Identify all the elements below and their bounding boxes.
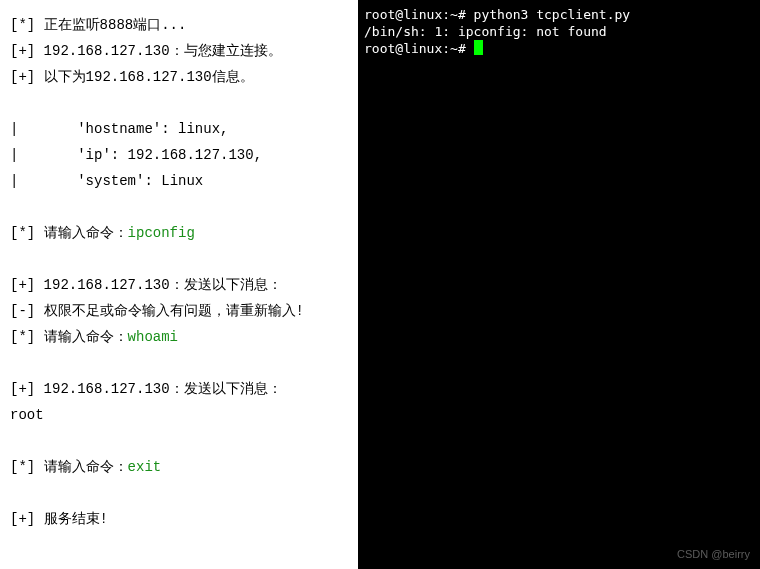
command-input[interactable]: exit: [128, 459, 162, 475]
output-root: root: [10, 402, 358, 428]
prompt-line-1[interactable]: [*] 请输入命令：ipconfig: [10, 220, 358, 246]
terminal-error-line: /bin/sh: 1: ipconfig: not found: [364, 23, 760, 40]
prompt-line-2[interactable]: [*] 请输入命令：whoami: [10, 324, 358, 350]
shell-prompt: root@linux:~#: [364, 41, 474, 56]
prompt-text: 请输入命令：: [44, 459, 128, 475]
terminal-line-1: root@linux:~# python3 tcpclient.py: [364, 6, 760, 23]
listen-text: 正在监听8888端口...: [44, 17, 187, 33]
end-line: [+] 服务结束!: [10, 506, 358, 532]
blank-line: [10, 194, 358, 220]
watermark-text: CSDN @beirry: [677, 546, 750, 563]
connect-line: [+] 192.168.127.130：与您建立连接。: [10, 38, 358, 64]
marker-plus: [+]: [10, 381, 44, 397]
end-text: 服务结束!: [44, 511, 108, 527]
blank-line: [10, 90, 358, 116]
prompt-text: 请输入命令：: [44, 329, 128, 345]
info-header-text: 以下为192.168.127.130信息。: [44, 69, 254, 85]
command-input[interactable]: whoami: [128, 329, 178, 345]
marker-star: [*]: [10, 17, 44, 33]
marker-star: [*]: [10, 225, 44, 241]
error-text: 权限不足或命令输入有问题，请重新输入!: [44, 303, 304, 319]
info-system: | 'system': Linux: [10, 168, 358, 194]
shell-prompt: root@linux:~#: [364, 7, 474, 22]
blank-line: [10, 428, 358, 454]
marker-plus: [+]: [10, 277, 44, 293]
terminal-line-3[interactable]: root@linux:~#: [364, 40, 760, 57]
msg-text: 192.168.127.130：发送以下消息：: [44, 277, 282, 293]
connect-text: 192.168.127.130：与您建立连接。: [44, 43, 282, 59]
msg-line-2: [+] 192.168.127.130：发送以下消息：: [10, 376, 358, 402]
msg-text: 192.168.127.130：发送以下消息：: [44, 381, 282, 397]
msg-line-1: [+] 192.168.127.130：发送以下消息：: [10, 272, 358, 298]
marker-plus: [+]: [10, 69, 44, 85]
command-input[interactable]: ipconfig: [128, 225, 195, 241]
blank-line: [10, 480, 358, 506]
terminal-pane[interactable]: root@linux:~# python3 tcpclient.py /bin/…: [358, 0, 760, 569]
marker-plus: [+]: [10, 43, 44, 59]
marker-minus: [-]: [10, 303, 44, 319]
server-output-pane: [*] 正在监听8888端口... [+] 192.168.127.130：与您…: [0, 0, 358, 569]
info-ip: | 'ip': 192.168.127.130,: [10, 142, 358, 168]
blank-line: [10, 350, 358, 376]
prompt-line-3[interactable]: [*] 请输入命令：exit: [10, 454, 358, 480]
error-line: [-] 权限不足或命令输入有问题，请重新输入!: [10, 298, 358, 324]
info-hostname: | 'hostname': linux,: [10, 116, 358, 142]
listen-line: [*] 正在监听8888端口...: [10, 12, 358, 38]
marker-star: [*]: [10, 459, 44, 475]
info-header-line: [+] 以下为192.168.127.130信息。: [10, 64, 358, 90]
marker-plus: [+]: [10, 511, 44, 527]
marker-star: [*]: [10, 329, 44, 345]
cursor-icon: [474, 40, 483, 55]
prompt-text: 请输入命令：: [44, 225, 128, 241]
blank-line: [10, 246, 358, 272]
shell-command: python3 tcpclient.py: [474, 7, 631, 22]
